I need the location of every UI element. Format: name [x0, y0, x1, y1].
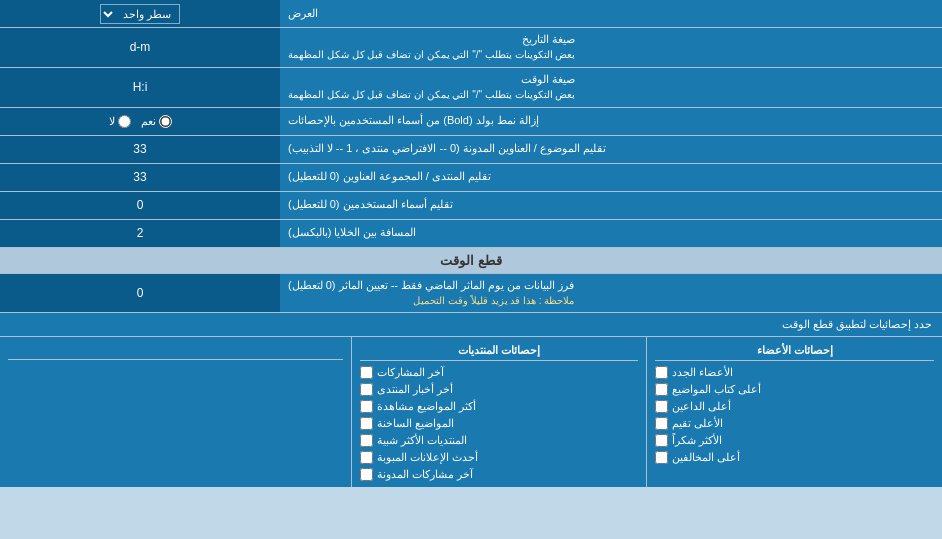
- label-cutoff: فرز البيانات من يوم الماثر الماضي فقط --…: [280, 274, 942, 313]
- text-time-format[interactable]: [19, 80, 260, 94]
- text-trim-subject[interactable]: [19, 142, 260, 156]
- label-display-type: العرض: [280, 0, 942, 27]
- checkbox-item-top-authors: أعلى كتاب المواضيع: [655, 381, 934, 398]
- row-trim-forum: تقليم المنتدى / المجموعة العناوين (0 للت…: [0, 164, 942, 192]
- checkbox-hot-topics[interactable]: [360, 417, 373, 430]
- checkbox-top-violators[interactable]: [655, 451, 668, 464]
- checkbox-latest-ads[interactable]: [360, 451, 373, 464]
- input-time-format[interactable]: [0, 68, 280, 107]
- radio-label-no[interactable]: لا: [109, 115, 131, 128]
- checkbox-item-top-rated: الأعلى تقيم: [655, 415, 934, 432]
- row-trim-usernames: تقليم أسماء المستخدمين (0 للتعطيل): [0, 192, 942, 220]
- row-trim-subject: تقليم الموضوع / العناوين المدونة (0 -- ا…: [0, 136, 942, 164]
- checkbox-item-most-similar: المنتديات الأكثر شبية: [360, 432, 639, 449]
- text-trim-forum[interactable]: [19, 170, 260, 184]
- row-bold-remove: إزالة نمط بولد (Bold) من أسماء المستخدمي…: [0, 108, 942, 136]
- col-header-forums: إحصائات المنتديات: [360, 341, 639, 361]
- input-trim-subject[interactable]: [0, 136, 280, 163]
- select-display-type[interactable]: سطر واحد سطرين ثلاثة أسطر: [100, 4, 180, 24]
- checkbox-item-most-viewed: أكثر المواضيع مشاهدة: [360, 398, 639, 415]
- checkbox-top-inviters[interactable]: [655, 400, 668, 413]
- checkbox-last-posts[interactable]: [360, 366, 373, 379]
- text-cell-spacing[interactable]: [19, 226, 260, 240]
- text-date-format[interactable]: [19, 40, 260, 54]
- checkbox-item-top-inviters: أعلى الداعين: [655, 398, 934, 415]
- checkbox-most-thanked[interactable]: [655, 434, 668, 447]
- radio-yes[interactable]: [159, 115, 172, 128]
- label-trim-forum: تقليم المنتدى / المجموعة العناوين (0 للت…: [280, 164, 942, 191]
- checkbox-most-similar[interactable]: [360, 434, 373, 447]
- checkbox-top-authors[interactable]: [655, 383, 668, 396]
- checkbox-item-top-violators: أعلى المخالفين: [655, 449, 934, 466]
- checkbox-item-forum-news: أخر أخبار المنتدى: [360, 381, 639, 398]
- checkbox-blog-posts[interactable]: [360, 468, 373, 481]
- row-date-format: صيغة التاريخبعض التكوينات يتطلب "/" التي…: [0, 28, 942, 68]
- checkbox-col-members: إحصائات الأعضاء الأعضاء الجدد أعلى كتاب …: [646, 337, 942, 487]
- checkbox-item-latest-ads: أحدث الإعلانات المبوبة: [360, 449, 639, 466]
- limit-row: حدد إحصائيات لتطبيق قطع الوقت: [0, 313, 942, 337]
- checkbox-most-viewed[interactable]: [360, 400, 373, 413]
- checkbox-item-last-posts: آخر المشاركات: [360, 364, 639, 381]
- checkbox-item-blog-posts: آخر مشاركات المدونة: [360, 466, 639, 483]
- col-header-members: إحصائات الأعضاء: [655, 341, 934, 361]
- input-bold-remove: نعم لا: [0, 108, 280, 135]
- checkbox-item-most-thanked: الأكثر شكراً: [655, 432, 934, 449]
- row-time-format: صيغة الوقتبعض التكوينات يتطلب "/" التي ي…: [0, 68, 942, 108]
- row-display-type: العرض سطر واحد سطرين ثلاثة أسطر: [0, 0, 942, 28]
- checkbox-forum-news[interactable]: [360, 383, 373, 396]
- checkbox-grid: إحصائات الأعضاء الأعضاء الجدد أعلى كتاب …: [0, 337, 942, 487]
- col-header-empty: [8, 341, 343, 360]
- input-trim-forum[interactable]: [0, 164, 280, 191]
- checkbox-item-new-members: الأعضاء الجدد: [655, 364, 934, 381]
- label-time-format: صيغة الوقتبعض التكوينات يتطلب "/" التي ي…: [280, 68, 942, 107]
- input-date-format[interactable]: [0, 28, 280, 67]
- radio-no[interactable]: [118, 115, 131, 128]
- main-container: العرض سطر واحد سطرين ثلاثة أسطر صيغة الت…: [0, 0, 942, 487]
- label-date-format: صيغة التاريخبعض التكوينات يتطلب "/" التي…: [280, 28, 942, 67]
- checkbox-col-forums: إحصائات المنتديات آخر المشاركات أخر أخبا…: [351, 337, 647, 487]
- label-trim-subject: تقليم الموضوع / العناوين المدونة (0 -- ا…: [280, 136, 942, 163]
- label-cell-spacing: المسافة بين الخلايا (بالبكسل): [280, 220, 942, 247]
- label-bold-remove: إزالة نمط بولد (Bold) من أسماء المستخدمي…: [280, 108, 942, 135]
- section-header-cutoff: قطع الوقت: [0, 248, 942, 274]
- checkbox-item-hot-topics: المواضيع الساخنة: [360, 415, 639, 432]
- checkbox-new-members[interactable]: [655, 366, 668, 379]
- input-trim-usernames[interactable]: [0, 192, 280, 219]
- radio-group-bold: نعم لا: [99, 111, 182, 132]
- checkbox-col-empty: [0, 337, 351, 487]
- text-cutoff[interactable]: [19, 286, 260, 300]
- input-cutoff[interactable]: [0, 274, 280, 313]
- checkbox-top-rated[interactable]: [655, 417, 668, 430]
- input-cell-spacing[interactable]: [0, 220, 280, 247]
- limit-label: حدد إحصائيات لتطبيق قطع الوقت: [0, 313, 942, 336]
- input-display-type[interactable]: سطر واحد سطرين ثلاثة أسطر: [0, 0, 280, 27]
- radio-label-yes[interactable]: نعم: [141, 115, 172, 128]
- text-trim-usernames[interactable]: [19, 198, 260, 212]
- row-cutoff: فرز البيانات من يوم الماثر الماضي فقط --…: [0, 274, 942, 314]
- row-cell-spacing: المسافة بين الخلايا (بالبكسل): [0, 220, 942, 248]
- label-trim-usernames: تقليم أسماء المستخدمين (0 للتعطيل): [280, 192, 942, 219]
